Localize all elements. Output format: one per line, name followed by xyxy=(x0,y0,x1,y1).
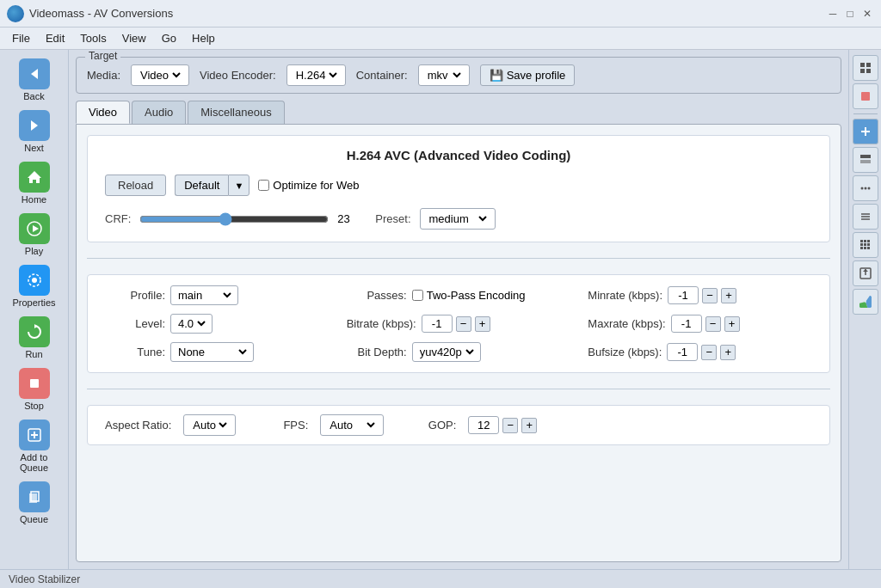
preset-select-input[interactable]: ultrafastsuperfastveryfast fasterfastmed… xyxy=(426,211,490,226)
svg-rect-31 xyxy=(867,240,870,242)
minimize-button[interactable]: ─ xyxy=(826,7,840,21)
minrate-minus[interactable]: − xyxy=(702,288,718,303)
sidebar-item-queue[interactable]: Queue xyxy=(4,478,65,528)
encoder-select[interactable]: H.264 H.265 VP8 VP9 xyxy=(286,64,346,86)
optimize-web-input[interactable] xyxy=(258,180,269,191)
stop-icon xyxy=(19,368,50,399)
level-select[interactable]: 3.03.14.04.15.0 xyxy=(170,314,213,334)
optimize-web-checkbox[interactable]: Optimize for Web xyxy=(258,179,359,192)
profile-select[interactable]: baselinemainhigh xyxy=(170,285,238,305)
sidebar-item-play[interactable]: Play xyxy=(4,210,65,260)
media-select[interactable]: Video Audio xyxy=(131,64,189,86)
twopass-input[interactable] xyxy=(412,290,423,301)
tune-select[interactable]: Nonefilmanimation grainstillimagefastdec… xyxy=(170,342,254,362)
tab-video[interactable]: Video xyxy=(76,101,130,124)
sidebar-item-stop[interactable]: Stop xyxy=(4,364,65,414)
main-panel: H.264 AVC (Advanced Video Coding) Reload… xyxy=(76,124,841,562)
maxrate-plus[interactable]: + xyxy=(724,316,740,332)
titlebar-controls[interactable]: ─ □ ✕ xyxy=(826,7,874,21)
rt-grid4-button[interactable] xyxy=(853,232,878,258)
sidebar-item-properties[interactable]: Properties xyxy=(4,261,65,311)
rt-pie-button[interactable] xyxy=(853,289,878,315)
bufsize-label: Bufsize (kbps): xyxy=(588,346,662,358)
bufsize-minus[interactable]: − xyxy=(701,345,717,360)
fps-select-input[interactable]: Auto23.97624 2529.97305060 xyxy=(326,418,378,432)
svg-marker-13 xyxy=(29,493,37,503)
rt-divider-1 xyxy=(853,113,878,114)
param-row-maxrate: Maxrate (kbps): -1 − + xyxy=(588,314,812,334)
rt-cross-button[interactable] xyxy=(853,119,878,144)
tune-select-input[interactable]: Nonefilmanimation grainstillimagefastdec… xyxy=(175,345,250,359)
level-label: Level: xyxy=(105,317,165,330)
bufsize-value: -1 xyxy=(667,343,698,361)
bitdepth-select[interactable]: yuv420pyuv422pyuv444p xyxy=(412,342,481,362)
aspect-select-input[interactable]: Auto4:316:91:1 xyxy=(189,418,230,432)
svg-marker-2 xyxy=(28,171,41,183)
svg-rect-14 xyxy=(860,63,865,67)
preset-select[interactable]: ultrafastsuperfastveryfast fasterfastmed… xyxy=(420,208,496,230)
level-select-input[interactable]: 3.03.14.04.15.0 xyxy=(175,316,208,331)
aspect-label: Aspect Ratio: xyxy=(105,419,171,432)
sidebar-item-home[interactable]: Home xyxy=(4,158,65,208)
sidebar-item-run[interactable]: Run xyxy=(4,313,65,363)
container-select[interactable]: mkv mp4 avi mov xyxy=(418,64,470,86)
gop-label: GOP: xyxy=(396,419,456,432)
svg-point-23 xyxy=(860,187,863,190)
menu-help[interactable]: Help xyxy=(185,30,222,46)
sidebar-item-back[interactable]: Back xyxy=(4,55,65,105)
sidebar-label-run: Run xyxy=(25,349,42,359)
maxrate-minus[interactable]: − xyxy=(705,316,721,332)
tab-audio[interactable]: Audio xyxy=(132,101,186,124)
crf-value: 23 xyxy=(337,212,358,225)
fps-row: Aspect Ratio: Auto4:316:91:1 FPS: Auto23… xyxy=(105,414,812,436)
status-text: Video Stabilizer xyxy=(9,573,80,585)
gop-plus[interactable]: + xyxy=(521,418,537,433)
menu-go[interactable]: Go xyxy=(155,30,183,46)
minrate-plus[interactable]: + xyxy=(721,288,736,303)
rt-lines-button[interactable] xyxy=(853,204,878,230)
divider-1 xyxy=(87,258,830,259)
menu-edit[interactable]: Edit xyxy=(39,30,71,46)
default-dropdown-button[interactable]: ▼ xyxy=(228,175,250,196)
profile-label: Profile: xyxy=(105,289,165,302)
menu-tools[interactable]: Tools xyxy=(73,30,113,46)
sidebar: Back Next Home Play Properties xyxy=(0,50,69,569)
sidebar-item-next[interactable]: Next xyxy=(4,107,65,156)
media-select-input[interactable]: Video Audio xyxy=(137,68,183,83)
sidebar-item-addqueue[interactable]: Add to Queue xyxy=(4,416,65,476)
menu-view[interactable]: View xyxy=(115,30,153,46)
bitrate-minus[interactable]: − xyxy=(456,316,471,332)
rt-export-button[interactable] xyxy=(853,260,878,286)
close-button[interactable]: ✕ xyxy=(860,7,874,21)
sidebar-label-next: Next xyxy=(24,143,44,153)
save-profile-button[interactable]: 💾 Save profile xyxy=(480,64,576,86)
maximize-button[interactable]: □ xyxy=(843,7,857,21)
save-profile-icon: 💾 xyxy=(490,69,503,82)
tab-miscellaneous[interactable]: Miscellaneous xyxy=(188,101,284,124)
crf-slider[interactable] xyxy=(139,212,329,226)
rt-tile-button[interactable] xyxy=(853,147,878,173)
rt-stop-button[interactable] xyxy=(853,83,878,109)
twopass-checkbox[interactable]: Two-Pass Encoding xyxy=(412,289,526,302)
bitdepth-select-input[interactable]: yuv420pyuv422pyuv444p xyxy=(416,345,477,359)
default-button[interactable]: Default xyxy=(175,175,228,196)
bitrate-value: -1 xyxy=(422,315,453,333)
divider-2 xyxy=(87,389,830,389)
gop-minus[interactable]: − xyxy=(502,418,518,433)
titlebar-left: Videomass - AV Conversions xyxy=(7,5,173,22)
menu-file[interactable]: File xyxy=(5,30,37,46)
container-select-input[interactable]: mkv mp4 avi mov xyxy=(424,68,464,83)
fps-label: FPS: xyxy=(248,419,308,432)
bufsize-spinner: -1 − + xyxy=(667,343,736,361)
param-row-bitrate: Bitrate (kbps): -1 − + xyxy=(347,314,571,334)
bufsize-plus[interactable]: + xyxy=(720,345,736,360)
rt-dots-button[interactable] xyxy=(853,175,878,201)
reload-button[interactable]: Reload xyxy=(105,175,166,196)
aspect-select[interactable]: Auto4:316:91:1 xyxy=(183,414,236,436)
bitrate-plus[interactable]: + xyxy=(475,316,490,332)
gop-value: 12 xyxy=(468,416,499,434)
profile-select-input[interactable]: baselinemainhigh xyxy=(175,288,234,303)
encoder-select-input[interactable]: H.264 H.265 VP8 VP9 xyxy=(293,68,340,83)
rt-grid2-button[interactable] xyxy=(853,55,878,81)
fps-select[interactable]: Auto23.97624 2529.97305060 xyxy=(320,414,384,436)
